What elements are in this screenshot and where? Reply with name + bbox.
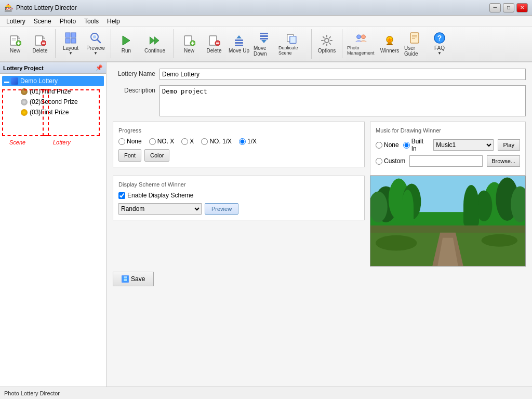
window-controls: ─ □ ✕: [489, 3, 528, 12]
toolbar-duplicate-button[interactable]: Duplicate Scene: [277, 29, 308, 58]
toolbar-delete2-button[interactable]: Delete: [202, 29, 226, 58]
music-select[interactable]: Music1: [433, 139, 493, 151]
toolbar-user-guide-button[interactable]: User Guide: [403, 29, 427, 59]
svg-rect-13: [65, 33, 70, 37]
demo-lottery-label: Demo Lottery: [20, 77, 58, 85]
svg-marker-22: [154, 36, 159, 44]
color-button[interactable]: Color: [144, 149, 169, 162]
toolbar-move-up-button[interactable]: Move Up: [227, 29, 251, 58]
delete2-icon: [208, 34, 220, 47]
toolbar-continue-button[interactable]: Continue: [139, 29, 170, 58]
progress-nox-radio[interactable]: [149, 138, 156, 145]
progress-1x[interactable]: 1/X: [239, 138, 257, 145]
progress-music-row: Progress None NO. X X NO. 1/X: [113, 122, 526, 176]
faq-icon: ?: [433, 32, 446, 44]
run-label: Run: [122, 48, 131, 54]
save-button[interactable]: Save: [113, 272, 154, 286]
progress-no-1x[interactable]: NO. 1/X: [201, 138, 232, 145]
lottery-name-input[interactable]: [159, 69, 526, 80]
enable-display-row: Enable Display Scheme: [118, 192, 359, 199]
tree-node-third-prize[interactable]: (01)Third Prize: [11, 86, 104, 97]
music-none-radio[interactable]: [376, 142, 382, 149]
svg-rect-77: [124, 279, 127, 281]
toolbar-faq-button[interactable]: ? FAQ ▼: [428, 29, 451, 58]
display-scheme-area: Display Scheme of Winner Enable Display …: [113, 176, 526, 267]
tree-node-first-prize[interactable]: (03)First Prize: [11, 107, 104, 117]
svg-marker-10: [43, 36, 45, 38]
description-textarea[interactable]: Demo project: [159, 85, 526, 116]
status-text: Photo Lottery Director: [4, 390, 60, 396]
built-in-label: Built In: [411, 138, 430, 152]
custom-music-input[interactable]: [409, 155, 483, 167]
menu-lottery[interactable]: Lottery: [2, 17, 30, 26]
display-scheme-left: Display Scheme of Winner Enable Display …: [113, 176, 365, 267]
font-button[interactable]: Font: [118, 149, 141, 162]
sidebar-header: Lottery Project 📌: [0, 62, 106, 74]
music-custom-radio[interactable]: [376, 158, 382, 165]
svg-line-45: [323, 36, 324, 37]
svg-rect-34: [260, 33, 268, 34]
toolbar-layout-button[interactable]: Layout ▼: [59, 29, 83, 58]
progress-1x-radio[interactable]: [239, 138, 246, 145]
menu-photo[interactable]: Photo: [56, 17, 80, 26]
move-up-label: Move Up: [229, 48, 249, 54]
custom-label: Custom: [384, 157, 405, 165]
second-prize-label: (02)Second Prize: [30, 98, 78, 105]
delete-label: Delete: [33, 48, 48, 54]
duplicate-scene-icon: [286, 32, 299, 44]
pin-icon: 📌: [96, 64, 103, 71]
toolbar-new-button[interactable]: New: [3, 29, 27, 58]
browse-button[interactable]: Browse...: [487, 155, 520, 167]
toolbar-options-button[interactable]: Options: [315, 29, 339, 58]
scheme-select-row: Random Scheme 1 Scheme 2 Preview: [118, 203, 359, 215]
enable-display-checkbox[interactable]: [118, 192, 125, 199]
main-area: Lottery Project 📌 Scene Lottery ▬ Demo L…: [0, 62, 532, 387]
expand-icon[interactable]: ▬: [3, 77, 10, 85]
toolbar-photo-mgmt-button[interactable]: Photo Management: [345, 29, 377, 58]
progress-section: Progress None NO. X X NO. 1/X: [113, 122, 365, 176]
toolbar-move-down-button[interactable]: Move Down: [252, 29, 276, 59]
progress-x[interactable]: X: [181, 138, 194, 145]
menu-scene[interactable]: Scene: [30, 17, 56, 26]
progress-none[interactable]: None: [118, 138, 142, 145]
preview-button[interactable]: Preview: [205, 203, 238, 215]
close-button[interactable]: ✕: [516, 3, 528, 12]
save-row: Save: [113, 272, 526, 286]
svg-rect-35: [260, 35, 268, 37]
toolbar-winners-button[interactable]: Winners: [378, 29, 402, 58]
music-built-in[interactable]: Built In: [403, 138, 430, 152]
progress-no1x-radio[interactable]: [201, 138, 208, 145]
menu-tools[interactable]: Tools: [80, 17, 103, 26]
music-section: Music for Drawing Winner None Built In M…: [370, 122, 526, 176]
enable-display-label: Enable Display Scheme: [127, 192, 193, 199]
right-panel: Lottery Name Description Demo project Pr…: [107, 62, 532, 387]
display-scheme-title: Display Scheme of Winner: [118, 181, 359, 188]
tree-node-second-prize[interactable]: (02)Second Prize: [11, 97, 104, 107]
sidebar: Lottery Project 📌 Scene Lottery ▬ Demo L…: [0, 62, 107, 387]
toolbar-preview-button[interactable]: Preview ▼: [84, 29, 108, 58]
scheme-select[interactable]: Random Scheme 1 Scheme 2: [118, 203, 202, 215]
progress-no-x[interactable]: NO. X: [149, 138, 175, 145]
music-none[interactable]: None: [376, 141, 399, 149]
toolbar-new2-button[interactable]: New: [177, 29, 201, 58]
save-label: Save: [131, 275, 145, 283]
minimize-button[interactable]: ─: [489, 3, 501, 12]
restore-button[interactable]: □: [503, 3, 514, 12]
continue-icon: [149, 34, 161, 47]
music-builtin-radio[interactable]: [403, 142, 410, 149]
svg-line-46: [329, 43, 330, 44]
progress-x-radio[interactable]: [181, 138, 188, 145]
continue-label: Continue: [144, 48, 165, 54]
progress-none-radio[interactable]: [118, 138, 125, 145]
toolbar-run-button[interactable]: Run: [114, 29, 138, 58]
tree-node-demo-lottery[interactable]: ▬ Demo Lottery: [2, 76, 104, 86]
svg-text:?: ?: [437, 34, 442, 42]
svg-line-47: [323, 43, 324, 44]
music-custom[interactable]: Custom: [376, 157, 405, 165]
play-button[interactable]: Play: [498, 139, 520, 151]
winners-label: Winners: [380, 48, 400, 54]
svg-rect-31: [235, 42, 243, 44]
toolbar-delete-button[interactable]: Delete: [28, 29, 52, 58]
menu-help[interactable]: Help: [103, 17, 124, 26]
forest-image-container: [370, 176, 526, 267]
